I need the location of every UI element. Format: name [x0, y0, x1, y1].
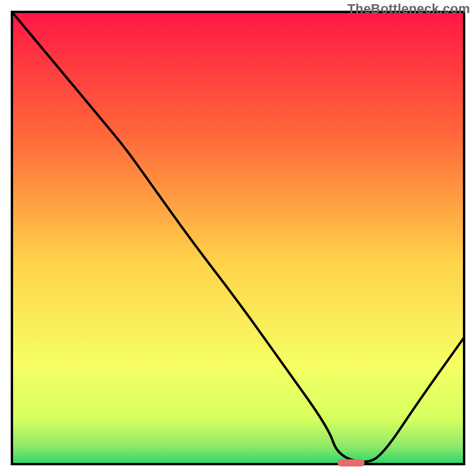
- chart-stage: TheBottleneck.com: [0, 0, 476, 476]
- optimal-marker: [337, 459, 365, 466]
- chart-svg: [0, 0, 476, 476]
- watermark-label: TheBottleneck.com: [347, 1, 470, 17]
- plot-gradient-background: [12, 12, 464, 464]
